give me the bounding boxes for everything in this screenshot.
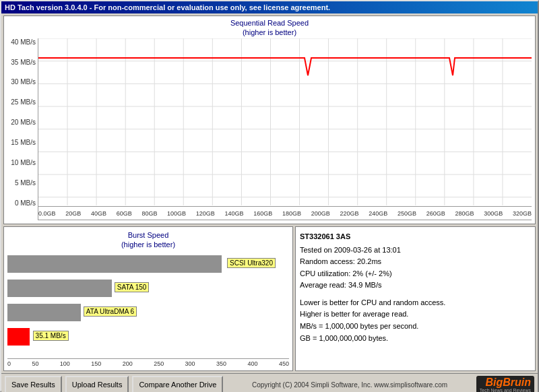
content-area: Sequential Read Speed (higher is better)…	[1, 13, 538, 373]
bottom-section: Burst Speed (higher is better) SCSI Ultr…	[3, 226, 536, 371]
x-axis-labels: 0.0GB 20GB 40GB 60GB 80GB 100GB 120GB 14…	[38, 206, 532, 220]
compare-drive-button[interactable]: Compare Another Drive	[132, 376, 223, 392]
avg-read: Average read: 34.9 MB/s	[300, 280, 531, 292]
burst-x-axis: 0 50 100 150 200 250 300 350 400 450	[7, 358, 289, 367]
bar-sata	[7, 280, 112, 297]
burst-plot: SCSI Ultra320 SATA 150 ATA UltraDMA 6	[7, 253, 289, 367]
chart-plot-area: 40 MB/s 35 MB/s 30 MB/s 25 MB/s 20 MB/s …	[4, 38, 535, 224]
bar-label-sata: SATA 150	[115, 282, 150, 292]
bar-label-scsi: SCSI Ultra320	[227, 258, 276, 268]
main-window: HD Tach version 3.0.4.0 - For non-commer…	[0, 0, 539, 392]
logo-tagline: Tech News and Reviews	[480, 388, 531, 392]
info-panel: ST332061 3AS Tested on 2009-03-26 at 13:…	[295, 226, 536, 371]
note-mbs: MB/s = 1,000,000 bytes per second.	[300, 321, 531, 333]
save-results-button[interactable]: Save Results	[5, 376, 62, 392]
random-access: Random access: 20.2ms	[300, 256, 531, 268]
bar-label-ata: ATA UltraDMA 6	[84, 306, 137, 317]
burst-chart: Burst Speed (higher is better) SCSI Ultr…	[3, 226, 293, 371]
bar-row-measured: 35.1 MB/s	[7, 326, 289, 348]
upload-results-button[interactable]: Upload Results	[65, 376, 129, 392]
cpu-util: CPU utilization: 2% (+/- 2%)	[300, 268, 531, 280]
logo-brand: BigBruin	[485, 377, 531, 388]
burst-x-labels: 0 50 100 150 200 250 300 350 400 450	[7, 359, 289, 367]
chart-svg	[38, 38, 532, 220]
window-title: HD Tach version 3.0.4.0 - For non-commer…	[5, 3, 330, 11]
burst-chart-title: Burst Speed (higher is better)	[7, 230, 289, 250]
chart-canvas: 0.0GB 20GB 40GB 60GB 80GB 100GB 120GB 14…	[38, 38, 532, 220]
y-axis: 40 MB/s 35 MB/s 30 MB/s 25 MB/s 20 MB/s …	[7, 38, 38, 220]
bar-label-measured: 35.1 MB/s	[33, 331, 69, 341]
info-notes: Lower is better for CPU and random acces…	[300, 297, 531, 344]
title-bar: HD Tach version 3.0.4.0 - For non-commer…	[1, 1, 538, 13]
bar-row-sata: SATA 150	[7, 277, 289, 299]
info-details: Tested on 2009-03-26 at 13:01 Random acc…	[300, 244, 531, 292]
test-date: Tested on 2009-03-26 at 13:01	[300, 244, 531, 257]
sequential-read-chart: Sequential Read Speed (higher is better)…	[3, 15, 536, 224]
note-read: Higher is better for average read.	[300, 308, 531, 321]
chart-title: Sequential Read Speed (higher is better)	[4, 16, 535, 38]
bar-measured	[7, 328, 30, 346]
bar-scsi	[7, 255, 222, 273]
copyright-text: Copyright (C) 2004 Simpli Software, Inc.…	[226, 381, 472, 389]
note-gb: GB = 1,000,000,000 bytes.	[300, 333, 531, 345]
bar-row-scsi: SCSI Ultra320	[7, 253, 289, 275]
status-bar: Save Results Upload Results Compare Anot…	[1, 373, 538, 392]
note-cpu: Lower is better for CPU and random acces…	[300, 297, 531, 309]
bar-row-ata: ATA UltraDMA 6	[7, 302, 289, 323]
bar-ata	[7, 304, 81, 321]
drive-model: ST332061 3AS	[300, 231, 531, 242]
bigbruin-logo: BigBruin Tech News and Reviews	[476, 376, 534, 392]
